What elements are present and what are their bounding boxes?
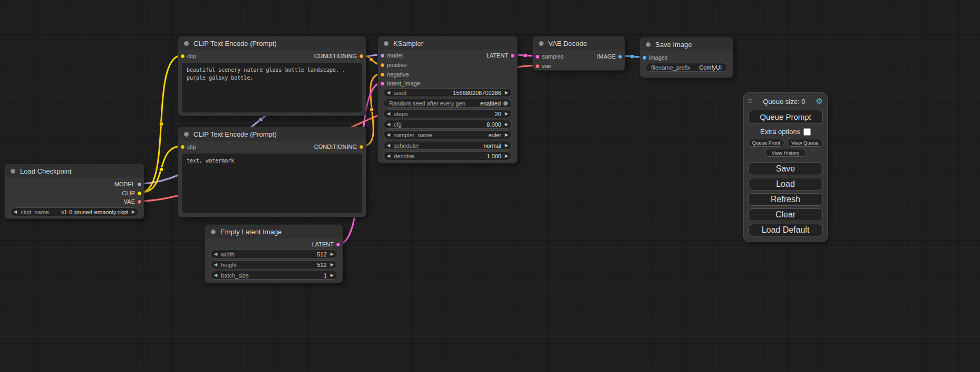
increment-arrow-icon[interactable]: ▶ — [505, 154, 508, 158]
increment-arrow-icon[interactable]: ▶ — [505, 144, 508, 148]
node-title-bar[interactable]: VAE Decode — [533, 36, 625, 50]
input-slot-clip[interactable]: clip — [178, 142, 196, 151]
output-slot-vae[interactable]: VAE — [124, 197, 144, 206]
wire-midpoint-dot[interactable] — [159, 122, 163, 126]
extra-options-checkbox[interactable] — [803, 128, 811, 136]
load-default-button[interactable]: Load Default — [748, 224, 823, 236]
input-slot-clip[interactable]: clip — [178, 52, 196, 60]
increment-arrow-icon[interactable]: ▶ — [505, 112, 508, 116]
slot-dot-model[interactable] — [137, 182, 142, 187]
slot-dot-image[interactable] — [642, 55, 647, 60]
random-seed-toggle-widget[interactable]: Random seed after every gen enabled — [383, 99, 512, 108]
collapse-dot-icon[interactable] — [383, 41, 389, 46]
decrement-arrow-icon[interactable]: ◀ — [214, 263, 217, 267]
increment-arrow-icon[interactable]: ▶ — [505, 91, 508, 95]
node-title-bar[interactable]: Load Checkpoint — [5, 164, 144, 178]
filename-prefix-widget[interactable]: filename_prefix ComfyUI — [645, 63, 727, 72]
slot-dot-clip[interactable] — [180, 54, 185, 59]
node-title-bar[interactable]: Save Image — [640, 37, 733, 51]
ckpt-name-widget[interactable]: ◀ ckpt_name v1-5-pruned-emaonly.ckpt ▶ — [10, 207, 139, 216]
node-load-checkpoint[interactable]: Load Checkpoint MODEL CLIP VAE ◀ ckpt_na… — [4, 164, 144, 219]
collapse-dot-icon[interactable] — [645, 42, 651, 47]
decrement-arrow-icon[interactable]: ◀ — [387, 154, 390, 158]
slot-dot-conditioning[interactable] — [380, 63, 385, 68]
wire-midpoint-dot[interactable] — [369, 58, 373, 62]
output-slot-image[interactable]: IMAGE — [597, 52, 625, 61]
output-slot-latent[interactable]: LATENT — [312, 240, 343, 249]
increment-arrow-icon[interactable]: ▶ — [331, 263, 334, 267]
slot-dot-latent[interactable] — [510, 53, 515, 58]
decrement-arrow-icon[interactable]: ◀ — [387, 122, 390, 127]
input-slot-vae[interactable]: vae — [533, 62, 551, 70]
input-slot-images[interactable]: images — [640, 53, 667, 62]
collapse-dot-icon[interactable] — [538, 41, 544, 46]
output-slot-conditioning[interactable]: CONDITIONING — [314, 142, 366, 151]
cfg-widget[interactable]: ◀ cfg 8.000 ▶ — [383, 120, 512, 129]
decrement-arrow-icon[interactable]: ◀ — [14, 210, 17, 214]
node-clip-text-encode-negative[interactable]: CLIP Text Encode (Prompt) clip CONDITION… — [178, 127, 366, 217]
node-title-bar[interactable]: KSampler — [378, 36, 517, 50]
slot-dot-conditioning[interactable] — [380, 72, 385, 77]
view-history-button[interactable]: View History — [765, 149, 807, 157]
node-empty-latent-image[interactable]: Empty Latent Image LATENT ◀ width 512 ▶ … — [205, 224, 343, 283]
toggle-indicator-icon[interactable] — [503, 101, 508, 106]
node-save-image[interactable]: Save Image images filename_prefix ComfyU… — [639, 37, 733, 78]
slot-dot-clip[interactable] — [137, 191, 142, 196]
node-title-bar[interactable]: Empty Latent Image — [205, 225, 343, 239]
slot-dot-conditioning[interactable] — [359, 54, 364, 59]
steps-widget[interactable]: ◀ steps 20 ▶ — [383, 109, 512, 118]
prompt-textarea[interactable]: beautiful scenery nature glass bottle la… — [182, 63, 362, 112]
collapse-dot-icon[interactable] — [10, 168, 16, 174]
slot-dot-vae[interactable] — [535, 64, 540, 69]
increment-arrow-icon[interactable]: ▶ — [331, 273, 334, 278]
slot-dot-latent[interactable] — [336, 242, 341, 247]
comfyui-canvas[interactable]: { "icons": { "drag_handle": "⠿", "gear":… — [0, 0, 980, 372]
drag-handle-icon[interactable]: ⠿ — [748, 98, 752, 105]
width-widget[interactable]: ◀ width 512 ▶ — [210, 250, 337, 259]
node-title-bar[interactable]: CLIP Text Encode (Prompt) — [178, 127, 366, 141]
height-widget[interactable]: ◀ height 512 ▶ — [210, 260, 337, 269]
scheduler-widget[interactable]: ◀ scheduler normal ▶ — [383, 141, 512, 150]
collapse-dot-icon[interactable] — [183, 41, 189, 46]
output-slot-latent[interactable]: LATENT — [487, 51, 517, 60]
queue-front-button[interactable]: Queue Front — [748, 139, 784, 147]
input-slot-latent-image[interactable]: latent_image — [378, 79, 420, 88]
decrement-arrow-icon[interactable]: ◀ — [214, 252, 217, 256]
view-queue-button[interactable]: View Queue — [787, 139, 823, 147]
increment-arrow-icon[interactable]: ▶ — [505, 122, 508, 127]
slot-dot-latent[interactable] — [535, 54, 540, 59]
output-slot-clip[interactable]: CLIP — [122, 189, 144, 197]
slot-dot-conditioning[interactable] — [359, 145, 364, 149]
output-slot-model[interactable]: MODEL — [114, 180, 144, 188]
decrement-arrow-icon[interactable]: ◀ — [387, 144, 390, 148]
denoise-widget[interactable]: ◀ denoise 1.000 ▶ — [383, 151, 512, 160]
node-vae-decode[interactable]: VAE Decode samples vae IMAGE — [532, 36, 625, 71]
input-slot-positive[interactable]: positive — [378, 61, 406, 69]
wire-midpoint-dot[interactable] — [159, 167, 163, 171]
queue-prompt-button[interactable]: Queue Prompt — [748, 110, 823, 124]
sampler-name-widget[interactable]: ◀ sampler_name euler ▶ — [383, 130, 512, 139]
wire-midpoint-dot[interactable] — [370, 108, 374, 112]
decrement-arrow-icon[interactable]: ◀ — [387, 133, 390, 137]
save-button[interactable]: Save — [748, 163, 823, 175]
wire-midpoint-dot[interactable] — [523, 53, 527, 58]
slot-dot-vae[interactable] — [137, 199, 142, 204]
prompt-textarea[interactable]: text, watermark — [182, 154, 362, 213]
slot-dot-image[interactable] — [618, 54, 623, 59]
settings-gear-icon[interactable]: ⚙ — [816, 97, 823, 106]
seed-widget[interactable]: ◀ seed 156680208700286 ▶ — [383, 88, 512, 97]
output-slot-conditioning[interactable]: CONDITIONING — [314, 52, 366, 60]
decrement-arrow-icon[interactable]: ◀ — [387, 112, 390, 116]
increment-arrow-icon[interactable]: ▶ — [505, 133, 508, 137]
collapse-dot-icon[interactable] — [210, 229, 216, 235]
input-slot-model[interactable]: model — [378, 51, 403, 60]
batch-size-widget[interactable]: ◀ batch_size 1 ▶ — [210, 271, 337, 280]
slot-dot-latent[interactable] — [380, 81, 385, 86]
wire-midpoint-dot[interactable] — [630, 54, 634, 59]
wire-midpoint-dot[interactable] — [259, 117, 263, 121]
refresh-button[interactable]: Refresh — [748, 193, 823, 206]
node-title-bar[interactable]: CLIP Text Encode (Prompt) — [178, 36, 366, 50]
slot-dot-clip[interactable] — [180, 145, 185, 149]
decrement-arrow-icon[interactable]: ◀ — [387, 91, 390, 95]
slot-dot-model[interactable] — [380, 53, 385, 58]
